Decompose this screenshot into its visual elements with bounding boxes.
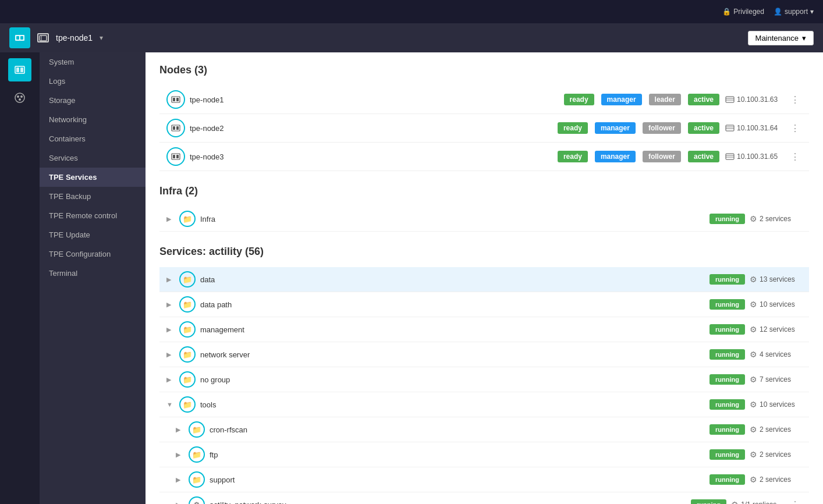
node-context-menu[interactable]: ⋮ [788,94,802,105]
sidebar-item-tpe-update[interactable]: TPE Update [40,225,146,244]
sidebar-item-terminal[interactable]: Terminal [40,264,146,283]
services-count: ⚙ 2 services [750,214,802,223]
svg-rect-25 [173,155,175,158]
expand-chevron: ▶ [166,276,175,283]
sidebar-menu: SystemLogsStorageNetworkingContainersSer… [40,52,146,283]
svg-rect-1 [16,36,19,40]
main-layout: SystemLogsStorageNetworkingContainersSer… [0,52,823,504]
service-row[interactable]: ▶ 📁 network server running ⚙ 4 services [159,342,809,367]
service-name: data [200,275,705,284]
sidebar-item-containers[interactable]: Containers [40,129,146,148]
svg-point-11 [19,98,21,101]
sidebar-item-system[interactable]: System [40,52,146,72]
service-name: actility_network-survey [210,501,686,505]
service-child-row[interactable]: ▶ ⚙ actility_network-survey running ⚙ 1/… [159,492,809,504]
svg-rect-26 [176,155,179,158]
node-name: tpe-node3 [190,152,552,161]
service-row[interactable]: ▶ 📁 data path running ⚙ 10 services [159,292,809,317]
expand-chevron: ▶ [176,501,184,505]
folder-icon: 📁 [189,471,205,488]
svg-rect-3 [40,36,47,41]
service-name: ftp [210,450,705,459]
service-child-row[interactable]: ▶ 📁 cron-rfscan running ⚙ 2 services [159,417,809,442]
sidebar-item-storage[interactable]: Storage [40,91,146,110]
expand-chevron: ▶ [166,351,175,359]
services-count: ⚙ 2 services [750,425,802,434]
lock-icon: 🔒 [722,8,731,16]
services-icon: ⚙ [750,300,757,309]
app-logo [9,27,30,48]
folder-icon: 📁 [179,371,196,388]
running-badge: running [710,474,745,485]
running-badge: running [710,299,745,310]
node-row[interactable]: tpe-node2 ready manager follower active … [159,114,809,143]
folder-icon: 📁 [179,321,196,338]
folder-icon: 📁 [179,396,196,413]
services-count: ⚙ 10 services [750,300,802,309]
node-icon [37,33,49,42]
running-badge: running [710,349,745,360]
services-count: ⚙ 12 services [750,325,802,334]
services-icon: ⚙ [750,425,757,434]
availability-badge: leader [649,94,681,105]
service-row[interactable]: ▼ 📁 tools running ⚙ 10 services [159,392,809,417]
expand-chevron: ▶ [166,301,175,308]
sidebar-item-logs[interactable]: Logs [40,72,146,91]
node-dropdown-arrow[interactable]: ▾ [100,34,103,42]
maintenance-button[interactable]: Maintenance ▾ [748,31,814,45]
expand-chevron: ▶ [166,215,175,223]
sidebar-item-services[interactable]: Services [40,148,146,168]
infra-section-title: Infra (2) [159,185,809,197]
expand-chevron: ▶ [176,476,184,484]
node-row[interactable]: tpe-node1 ready manager leader active 10… [159,86,809,114]
status-badge-ready: ready [558,122,588,134]
maintenance-arrow: ▾ [802,34,806,42]
services-count: ⚙ 10 services [750,400,802,409]
running-badge: running [710,449,745,460]
service-name: cron-rfscan [210,425,705,434]
services-icon: ⚙ [750,325,757,334]
sidebar-item-tpe-backup[interactable]: TPE Backup [40,187,146,206]
services-table: ▶ 📁 data running ⚙ 13 services ▶ 📁 data … [159,267,809,504]
service-row[interactable]: ▶ 📁 no group running ⚙ 7 services [159,367,809,392]
services-count: ⚙ 4 services [750,350,802,359]
role-badge-manager: manager [595,122,636,134]
svg-rect-21 [726,125,734,131]
folder-icon: 📁 [189,421,205,438]
services-section-title: Services: actility (56) [159,246,809,258]
services-icon: ⚙ [750,450,757,459]
sidebar-item-tpe-config[interactable]: TPE Configuration [40,244,146,264]
expand-chevron: ▶ [166,376,175,384]
svg-rect-7 [20,68,23,72]
service-context-menu[interactable]: ⋮ [788,499,802,505]
service-row[interactable]: ▶ 📁 management running ⚙ 12 services [159,317,809,342]
svg-rect-20 [176,126,179,130]
service-child-row[interactable]: ▶ 📁 support running ⚙ 2 services [159,467,809,492]
node-context-menu[interactable]: ⋮ [788,151,802,162]
state-badge-active: active [688,122,719,134]
running-badge: running [710,274,745,285]
node-name: tpe-node1 [190,95,558,104]
sidebar-item-networking[interactable]: Networking [40,110,146,129]
services-icon: ⚙ [750,214,757,223]
expand-chevron: ▶ [176,451,184,459]
sidebar-item-tpe-services[interactable]: TPE Services [40,168,146,187]
svg-rect-15 [726,97,734,102]
sidebar-item-tpe-remote[interactable]: TPE Remote control [40,206,146,225]
svg-rect-6 [16,68,19,72]
svg-point-10 [20,95,23,98]
folder-icon: 📁 [179,346,196,363]
infra-row[interactable]: ▶ 📁 Infra running ⚙ 2 services [159,207,809,232]
node-row[interactable]: tpe-node3 ready manager follower active … [159,143,809,171]
folder-icon: 📁 [189,446,205,463]
service-child-row[interactable]: ▶ 📁 ftp running ⚙ 2 services [159,442,809,467]
node-ip: 10.100.31.65 [725,152,783,161]
node-context-menu[interactable]: ⋮ [788,123,802,134]
nav-icon-palette[interactable] [8,86,31,109]
service-row[interactable]: ▶ 📁 data running ⚙ 13 services [159,267,809,292]
nav-icon-cluster[interactable] [8,58,31,81]
service-name: Infra [200,215,705,223]
status-badge-ready: ready [564,94,594,105]
maintenance-btn[interactable]: Maintenance ▾ [748,31,814,45]
user-menu[interactable]: 👤 support ▾ [774,8,814,16]
